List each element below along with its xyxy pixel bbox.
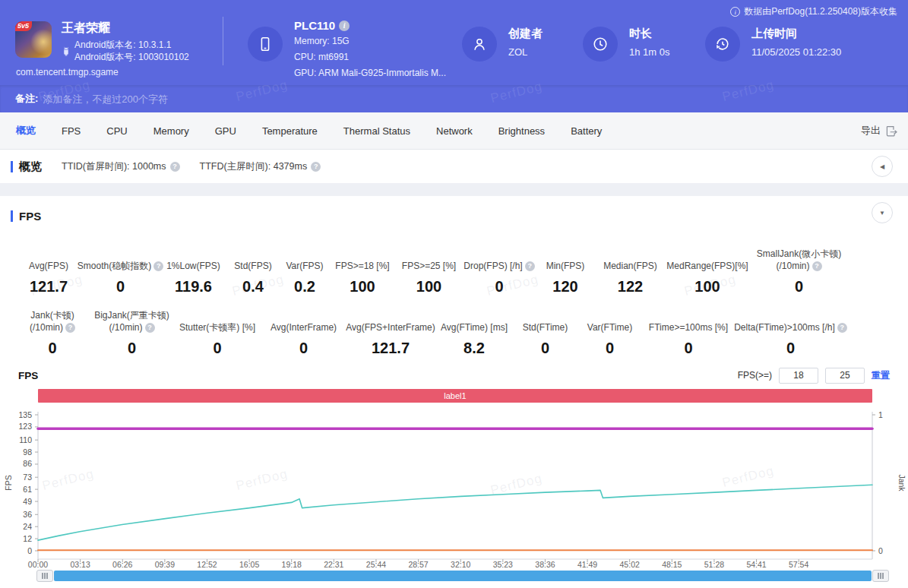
stat-cell: 1%Low(FPS)119.6 (159, 246, 228, 296)
device-gpu: GPU: ARM Mali-G925-Immortalis M... (294, 67, 446, 80)
stat-cell: FPS>=25 [%]100 (394, 246, 464, 296)
ttfd-help-icon[interactable] (311, 162, 321, 172)
stat-value: 0.2 (294, 278, 315, 296)
stat-cell: Var(FPS)0.2 (278, 246, 331, 296)
tab-Brightness[interactable]: Brightness (486, 112, 558, 149)
tab-Temperature[interactable]: Temperature (249, 112, 331, 149)
y-tick-label: 123 (18, 422, 32, 431)
fps-section-title: FPS (19, 210, 41, 223)
tab-Battery[interactable]: Battery (558, 112, 615, 149)
overview-title: 概览 (19, 160, 42, 174)
help-icon[interactable] (525, 261, 535, 271)
y-tick-label: 24 (23, 522, 32, 531)
scrollbar-right-handle[interactable] (872, 570, 889, 582)
stat-label: Std(FPS) (234, 246, 271, 272)
y-tick-label: 98 (23, 447, 32, 457)
phone-icon (248, 27, 283, 62)
fps-threshold-input-1[interactable] (779, 368, 818, 384)
y-tick-label: 12 (23, 534, 32, 543)
help-icon[interactable] (837, 323, 847, 333)
stat-label: Avg(InterFrame) (271, 308, 337, 334)
stat-value: 119.6 (175, 278, 212, 296)
fps-stats-row-2: Jank(卡顿)(/10min)0BigJank(严重卡顿)(/10min)0S… (0, 308, 908, 357)
export-icon (884, 125, 897, 138)
fps-section: FPS ▼ Avg(FPS)121.7Smooth(稳帧指数)01%Low(FP… (0, 196, 908, 588)
history-clock-icon (705, 27, 740, 62)
info-icon: i (730, 7, 740, 17)
stat-value: 0 (541, 340, 549, 357)
stat-value: 100 (694, 278, 720, 296)
stat-value: 121.7 (372, 340, 410, 357)
export-label: 导出 (861, 124, 881, 138)
stat-value: 121.7 (30, 278, 68, 296)
tab-GPU[interactable]: GPU (202, 112, 249, 149)
x-tick-label: 35:23 (493, 560, 513, 569)
stat-label: Delta(FTime)>100ms [/h] (734, 308, 847, 334)
help-icon[interactable] (812, 261, 822, 271)
overview-collapse-button[interactable]: ◀ (872, 156, 893, 177)
stat-value: 0 (495, 278, 503, 296)
stat-cell: Std(FPS)0.4 (228, 246, 278, 296)
device-info-icon[interactable]: i (339, 21, 350, 31)
stat-label: FPS>=18 [%] (335, 246, 389, 272)
x-tick-label: 22:31 (324, 560, 343, 569)
y-tick-label: 36 (23, 510, 32, 519)
scrollbar-track[interactable] (54, 571, 872, 581)
reset-button[interactable]: 重置 (872, 369, 890, 382)
fps-chart-title: FPS (18, 370, 38, 381)
stat-cell: Var(FTime)0 (577, 308, 643, 357)
x-tick-label: 48:15 (662, 560, 682, 569)
device-block: PLC110 i Memory: 15G CPU: mt6991 GPU: AR… (248, 21, 446, 80)
help-icon[interactable] (145, 323, 155, 333)
android-version-code: Android版本号: 1003010102 (74, 51, 189, 63)
duration-block: 时长 1h 1m 0s (583, 27, 669, 62)
app-block: 5v5 王者荣耀 Android版本名: 10.3.1.1 Android版本号… (15, 20, 189, 77)
user-icon (462, 27, 497, 62)
creator-block: 创建者 ZOL (462, 27, 543, 62)
stat-label: FPS>=25 [%] (402, 246, 456, 272)
upload-time-block: 上传时间 11/05/2025 01:22:30 (705, 27, 841, 62)
y2-tick-label: 0 (878, 546, 883, 555)
remark-label: 备注: (15, 92, 38, 106)
stat-value: 100 (350, 278, 375, 296)
stat-cell: Drop(FPS) [/h]0 (464, 246, 534, 296)
tab-Network[interactable]: Network (423, 112, 486, 149)
tab-FPS[interactable]: FPS (49, 112, 93, 149)
stat-label: Min(FPS) (546, 246, 585, 272)
stat-label: Var(FPS) (286, 246, 323, 272)
android-version-name: Android版本名: 10.3.1.1 (74, 39, 189, 51)
ttid-help-icon[interactable] (170, 162, 180, 172)
section-accent (11, 161, 13, 172)
stat-label: Drop(FPS) [/h] (463, 246, 534, 272)
x-tick-label: 00:00 (28, 560, 48, 569)
tab-Memory[interactable]: Memory (141, 112, 202, 149)
export-button[interactable]: 导出 (861, 112, 897, 149)
scrollbar-left-handle[interactable] (36, 570, 53, 582)
stat-label: Avg(FTime) [ms] (441, 308, 508, 334)
help-icon[interactable] (65, 323, 75, 333)
stat-cell: Smooth(稳帧指数)0 (82, 246, 159, 296)
x-tick-label: 16:05 (239, 560, 259, 569)
fps-threshold-input-2[interactable] (825, 368, 865, 384)
stat-cell: Avg(FTime) [ms]8.2 (435, 308, 514, 357)
y-tick-label: 86 (23, 459, 32, 468)
android-icon (62, 46, 71, 56)
ttfd-value: TTFD(主屏时间): 4379ms (200, 160, 308, 173)
stat-value: 0 (213, 340, 221, 357)
stat-cell: Min(FPS)120 (534, 246, 596, 296)
tab-Thermal Status[interactable]: Thermal Status (331, 112, 423, 149)
y-tick-label: 61 (23, 485, 32, 494)
remark-input[interactable] (43, 93, 574, 105)
fps-threshold-filter: FPS(>=) 重置 (738, 368, 890, 384)
fps-collapse-button[interactable]: ▼ (872, 202, 893, 223)
stat-label: Std(FTime) (523, 308, 568, 334)
tab-概览[interactable]: 概览 (3, 112, 49, 149)
stat-label: Avg(FPS) (29, 246, 68, 272)
y-tick-label: 110 (19, 435, 32, 444)
stat-cell: Jank(卡顿)(/10min)0 (15, 308, 90, 357)
y-tick-label: 73 (23, 473, 32, 482)
fps-stats-row-1: Avg(FPS)121.7Smooth(稳帧指数)01%Low(FPS)119.… (0, 246, 908, 296)
x-tick-label: 28:57 (408, 560, 428, 569)
tab-CPU[interactable]: CPU (93, 112, 140, 149)
stat-label: FTime>=100ms [%] (649, 308, 728, 334)
